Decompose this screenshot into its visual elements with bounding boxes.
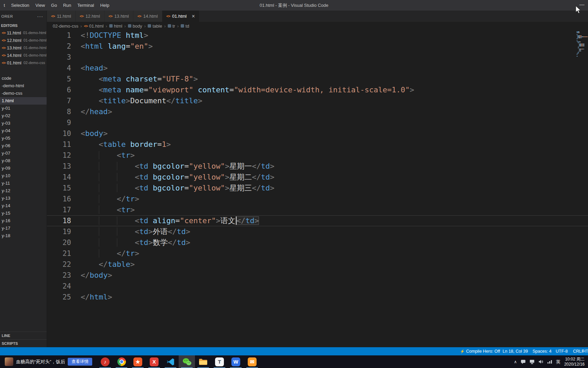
chrome-icon[interactable] (113, 355, 130, 368)
code-line-content[interactable]: <td>数学</td> (71, 237, 190, 248)
breadcrumb-item[interactable]: <>01.html (84, 24, 103, 29)
code-line-content[interactable] (71, 281, 81, 292)
open-editor-item[interactable]: <>13.html01-demo-html (0, 44, 47, 51)
code-line-content[interactable]: <tr> (71, 204, 135, 215)
status-bar-item[interactable]: UTF-8 (556, 347, 568, 355)
menu-item[interactable]: Help (97, 3, 112, 8)
minimap[interactable] (576, 31, 588, 106)
file-explorer-icon[interactable] (195, 355, 211, 368)
tree-item[interactable]: y-08 (0, 157, 47, 165)
tray-expand-icon[interactable]: ∧ (514, 359, 517, 364)
menu-item[interactable]: Go (48, 3, 60, 8)
code-line-content[interactable]: <tr> (71, 150, 135, 161)
code-line-content[interactable]: </tr> (71, 194, 139, 204)
tree-item[interactable]: y-03 (0, 120, 47, 127)
display-icon[interactable] (529, 359, 535, 364)
news-details-button[interactable]: 查看详情 (68, 358, 92, 366)
menu-item[interactable]: t (1, 3, 8, 8)
tree-item[interactable]: y-04 (0, 127, 47, 135)
code-line-content[interactable]: <td bgcolor="yellow">星期二</td> (71, 172, 274, 183)
tree-item[interactable]: code (0, 75, 47, 82)
code-line-content[interactable]: <td bgcolor="yellow">星期一</td> (71, 161, 274, 172)
status-bar-item[interactable]: ⚡Compile Hero: Off (460, 347, 500, 355)
breadcrumb-item[interactable]: tr (168, 24, 175, 29)
tree-item[interactable]: y-11 (0, 180, 47, 187)
tree-item[interactable]: y-15 (0, 210, 47, 217)
menu-item[interactable]: View (32, 3, 48, 8)
code-line-content[interactable]: <meta charset="UTF-8"> (71, 74, 198, 85)
tree-item[interactable]: y-10 (0, 172, 47, 180)
tree-item[interactable]: y-18 (0, 232, 47, 240)
message-icon[interactable] (521, 359, 526, 364)
code-line-content[interactable]: </tr> (71, 248, 139, 259)
netease-music-icon[interactable]: ♪ (97, 355, 113, 368)
tab-01.html[interactable]: <>01.html× (162, 11, 199, 22)
tab-11.html[interactable]: <>11.html (47, 11, 76, 22)
breadcrumb-item[interactable]: body (128, 24, 142, 29)
more-actions-icon[interactable]: ··· (37, 15, 43, 18)
open-editor-item[interactable]: <>14.html01-demo-html (0, 51, 47, 59)
tree-item[interactable]: -demo-html (0, 82, 47, 90)
status-bar-item[interactable]: HTML (583, 347, 588, 355)
open-editor-item[interactable]: <>12.html01-demo-html (0, 36, 47, 44)
code-line-content[interactable]: <body> (71, 128, 108, 139)
tree-item[interactable]: y-07 (0, 150, 47, 157)
news-widget[interactable]: 血糖高的“死对头”，饭后 查看详情 (0, 357, 92, 366)
status-bar-item[interactable]: Ln 18, Col 39 (503, 347, 528, 355)
status-bar-item[interactable]: Spaces: 4 (533, 347, 552, 355)
tree-item[interactable]: 1.html (0, 97, 47, 105)
tree-item[interactable]: y-09 (0, 165, 47, 172)
tree-item[interactable]: -demo-css (0, 90, 47, 97)
code-line-content[interactable]: <!DOCTYPE html> (71, 30, 148, 41)
code-line-content[interactable]: </table> (71, 259, 135, 270)
input-language-indicator[interactable]: 英 (556, 359, 560, 365)
sidebar-section-header[interactable]: SCRIPTS (0, 339, 47, 347)
breadcrumb-item[interactable]: table (148, 24, 162, 29)
tree-item[interactable]: y-17 (0, 225, 47, 232)
vscode-icon[interactable] (162, 355, 179, 368)
code-line-content[interactable]: <td bgcolor="yellow">星期三</td> (71, 183, 274, 194)
wps-icon[interactable]: W (228, 355, 244, 368)
breadcrumb-item[interactable]: td (181, 24, 189, 29)
breadcrumb-item[interactable]: html (109, 24, 122, 29)
close-icon[interactable]: × (192, 14, 195, 18)
code-line-content[interactable]: </body> (71, 270, 112, 281)
tree-item[interactable]: y-12 (0, 187, 47, 195)
code-line-content[interactable]: <table border=1> (71, 139, 171, 150)
typora-icon[interactable]: T (211, 355, 228, 368)
code-line-content[interactable]: <td>外语</td> (71, 226, 190, 237)
code-line-content[interactable]: </html> (71, 292, 112, 303)
tab-12.html[interactable]: <>12.html (76, 11, 104, 22)
tree-item[interactable]: y-02 (0, 112, 47, 120)
tab-13.html[interactable]: <>13.html (104, 11, 133, 22)
tree-item[interactable]: y-05 (0, 135, 47, 142)
open-editor-item[interactable]: <>01.html02-demo-css (0, 59, 47, 66)
code-line-content[interactable]: <meta name="viewport" content="width=dev… (71, 85, 414, 95)
code-line-content[interactable]: <td align="center">语文</td> (71, 215, 259, 226)
taskbar-clock[interactable]: 10:02 周二 2020/12/16 (564, 357, 585, 367)
orange-app-icon[interactable]: ★ (130, 355, 146, 368)
code-line-content[interactable] (71, 52, 81, 63)
explorer-header[interactable]: ORER (1, 14, 13, 18)
tree-item[interactable]: y-06 (0, 142, 47, 150)
tree-item[interactable]: y-13 (0, 195, 47, 202)
tree-item[interactable]: y-14 (0, 202, 47, 210)
tree-item[interactable]: y-01 (0, 105, 47, 112)
open-editors-header[interactable]: EDITORS (0, 22, 47, 29)
wechat-icon[interactable] (179, 355, 195, 368)
tab-14.html[interactable]: <>14.html (133, 11, 162, 22)
menu-item[interactable]: Run (60, 3, 74, 8)
mail-app-icon[interactable]: ✉ (244, 355, 260, 368)
news-headline[interactable]: 血糖高的“死对头”，饭后 (16, 359, 65, 365)
code-line-content[interactable]: <html lang="en"> (71, 41, 153, 52)
tree-item[interactable]: y-16 (0, 217, 47, 225)
code-line-content[interactable]: </head> (71, 106, 112, 117)
code-line-content[interactable] (71, 117, 81, 128)
code-line-content[interactable]: <title>Document</title> (71, 95, 202, 106)
red-x-app-icon[interactable]: X (146, 355, 162, 368)
sidebar-section-header[interactable]: LINE (0, 332, 47, 339)
network-icon[interactable] (547, 359, 552, 364)
open-editor-item[interactable]: <>11.html01-demo-html (0, 29, 47, 36)
volume-icon[interactable] (538, 359, 543, 364)
menu-item[interactable]: Terminal (74, 3, 97, 8)
